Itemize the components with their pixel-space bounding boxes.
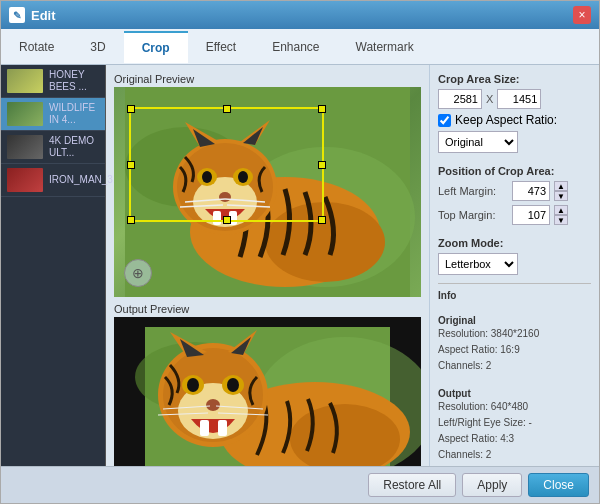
left-margin-spin: ▲ ▼: [554, 181, 568, 201]
svg-rect-18: [229, 211, 237, 225]
top-margin-down[interactable]: ▼: [554, 215, 568, 225]
media-item-wildlife[interactable]: WILDLIFE IN 4...: [1, 98, 105, 131]
top-margin-label: Top Margin:: [438, 209, 508, 221]
output-channels: Channels: 2: [438, 447, 591, 463]
content-area: HONEY BEES ... WILDLIFE IN 4... 4K DEMO …: [1, 65, 599, 466]
info-section-label: Info: [438, 290, 591, 301]
crop-area-section: Crop Area Size: X Keep Aspect Ratio: Ori…: [438, 73, 591, 157]
svg-rect-17: [213, 211, 221, 225]
apply-button[interactable]: Apply: [462, 473, 522, 497]
svg-point-13: [202, 171, 212, 183]
tab-rotate[interactable]: Rotate: [1, 32, 72, 62]
compass-icon[interactable]: ⊕: [124, 259, 152, 287]
title-bar-left: ✎ Edit: [9, 7, 56, 23]
zoom-mode-label: Zoom Mode:: [438, 237, 591, 249]
info-section: Info Original Resolution: 3840*2160 Aspe…: [438, 283, 591, 463]
media-item-4k-demo[interactable]: 4K DEMO ULT...: [1, 131, 105, 164]
dialog-close-button[interactable]: Close: [528, 473, 589, 497]
output-resolution: Resolution: 640*480: [438, 399, 591, 415]
original-aspect: Aspect Ratio: 16:9: [438, 342, 591, 358]
top-margin-input[interactable]: [512, 205, 550, 225]
ratio-dropdown-row: Original: [438, 131, 591, 153]
original-preview-section: Original Preview: [114, 73, 421, 297]
keep-ratio-label: Keep Aspect Ratio:: [455, 113, 557, 127]
media-item-honey-bees[interactable]: HONEY BEES ...: [1, 65, 105, 98]
crop-size-row: X: [438, 89, 591, 109]
tab-watermark[interactable]: Watermark: [338, 32, 432, 62]
window-title: Edit: [31, 8, 56, 23]
close-window-button[interactable]: ×: [573, 6, 591, 24]
previews-col: Original Preview: [114, 73, 421, 466]
output-preview-label: Output Preview: [114, 303, 421, 315]
original-tiger-bg: ⊕: [114, 87, 421, 297]
svg-point-37: [187, 378, 199, 392]
keep-ratio-checkbox[interactable]: [438, 114, 451, 127]
svg-point-15: [238, 171, 248, 183]
position-section: Position of Crop Area: Left Margin: ▲ ▼ …: [438, 165, 591, 229]
wildlife-label: WILDLIFE IN 4...: [49, 102, 99, 126]
zoom-mode-section: Zoom Mode: Letterbox: [438, 237, 591, 275]
output-header: Output: [438, 388, 591, 399]
left-margin-down[interactable]: ▼: [554, 191, 568, 201]
crop-width-input[interactable]: [438, 89, 482, 109]
top-margin-up[interactable]: ▲: [554, 205, 568, 215]
keep-ratio-row: Keep Aspect Ratio:: [438, 113, 591, 127]
left-margin-label: Left Margin:: [438, 185, 508, 197]
4k-demo-label: 4K DEMO ULT...: [49, 135, 99, 159]
top-margin-row: Top Margin: ▲ ▼: [438, 205, 591, 225]
crop-height-input[interactable]: [497, 89, 541, 109]
svg-point-39: [227, 378, 239, 392]
svg-rect-41: [200, 420, 209, 436]
output-lr-eye: Left/Right Eye Size: -: [438, 415, 591, 431]
edit-window: ✎ Edit × Rotate 3D Crop Effect Enhance W…: [0, 0, 600, 504]
main-panel: Original Preview: [106, 65, 429, 466]
tab-effect[interactable]: Effect: [188, 32, 254, 62]
output-tiger-svg: [114, 317, 421, 466]
original-tiger-svg: [114, 87, 421, 297]
zoom-mode-select[interactable]: Letterbox: [438, 253, 518, 275]
position-title: Position of Crop Area:: [438, 165, 591, 177]
honey-bees-label: HONEY BEES ...: [49, 69, 99, 93]
wildlife-thumb: [7, 102, 43, 126]
original-preview-label: Original Preview: [114, 73, 421, 85]
honey-bees-thumb: [7, 69, 43, 93]
original-channels: Channels: 2: [438, 358, 591, 374]
tabs-row: Rotate 3D Crop Effect Enhance Watermark: [1, 29, 599, 65]
output-preview-section: Output Preview: [114, 303, 421, 466]
original-header: Original: [438, 315, 591, 326]
left-margin-up[interactable]: ▲: [554, 181, 568, 191]
x-separator: X: [486, 93, 493, 105]
tab-enhance[interactable]: Enhance: [254, 32, 337, 62]
output-aspect: Aspect Ratio: 4:3: [438, 431, 591, 447]
crop-area-title: Crop Area Size:: [438, 73, 591, 85]
iron-man-thumb: [7, 168, 43, 192]
left-margin-row: Left Margin: ▲ ▼: [438, 181, 591, 201]
svg-point-16: [219, 192, 231, 202]
4k-demo-thumb: [7, 135, 43, 159]
right-panel: Crop Area Size: X Keep Aspect Ratio: Ori…: [429, 65, 599, 466]
ratio-select[interactable]: Original: [438, 131, 518, 153]
media-list: HONEY BEES ... WILDLIFE IN 4... 4K DEMO …: [1, 65, 106, 466]
media-item-iron-man[interactable]: IRON_MAN_3...: [1, 164, 105, 197]
window-icon: ✎: [9, 7, 25, 23]
tab-crop[interactable]: Crop: [124, 31, 188, 63]
top-margin-spin: ▲ ▼: [554, 205, 568, 225]
output-video-box: [114, 317, 421, 466]
original-preview-box: ⊕: [114, 87, 421, 297]
restore-all-button[interactable]: Restore All: [368, 473, 456, 497]
svg-rect-42: [218, 420, 227, 436]
original-resolution: Resolution: 3840*2160: [438, 326, 591, 342]
tab-3d[interactable]: 3D: [72, 32, 123, 62]
svg-point-4: [265, 202, 385, 282]
bottom-bar: Restore All Apply Close: [1, 466, 599, 503]
title-bar: ✎ Edit ×: [1, 1, 599, 29]
svg-point-40: [206, 399, 220, 411]
left-margin-input[interactable]: [512, 181, 550, 201]
